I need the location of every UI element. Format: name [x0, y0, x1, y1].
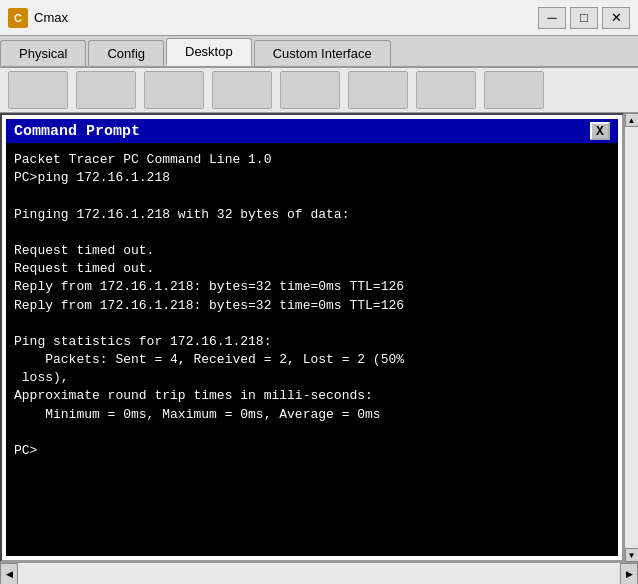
command-prompt-container: Command Prompt X Packet Tracer PC Comman…	[0, 113, 624, 562]
cmd-close-button[interactable]: X	[590, 122, 610, 140]
toolbar-icon-8[interactable]	[484, 71, 544, 109]
minimize-button[interactable]: ─	[538, 7, 566, 29]
tab-config[interactable]: Config	[88, 40, 164, 66]
scroll-down-button[interactable]: ▼	[625, 548, 639, 562]
toolbar-icon-6[interactable]	[348, 71, 408, 109]
close-button[interactable]: ✕	[602, 7, 630, 29]
cmd-output[interactable]: Packet Tracer PC Command Line 1.0 PC>pin…	[6, 143, 618, 556]
scroll-right-button[interactable]: ▶	[620, 563, 638, 585]
scroll-left-button[interactable]: ◀	[0, 563, 18, 585]
toolbar-icon-3[interactable]	[144, 71, 204, 109]
window-controls: ─ □ ✕	[538, 7, 630, 29]
app-icon: C	[8, 8, 28, 28]
maximize-button[interactable]: □	[570, 7, 598, 29]
app-title: Cmax	[34, 10, 538, 25]
cmd-title: Command Prompt	[14, 123, 140, 140]
tab-custom-interface[interactable]: Custom Interface	[254, 40, 391, 66]
toolbar-icon-2[interactable]	[76, 71, 136, 109]
tab-desktop[interactable]: Desktop	[166, 38, 252, 66]
vertical-scrollbar: ▲ ▼	[624, 113, 638, 562]
toolbar-icon-5[interactable]	[280, 71, 340, 109]
main-area: Command Prompt X Packet Tracer PC Comman…	[0, 113, 638, 562]
cmd-title-bar: Command Prompt X	[6, 119, 618, 143]
tab-physical[interactable]: Physical	[0, 40, 86, 66]
scroll-up-button[interactable]: ▲	[625, 113, 639, 127]
toolbar-icon-1[interactable]	[8, 71, 68, 109]
toolbar	[0, 68, 638, 113]
scroll-track-vertical[interactable]	[625, 127, 638, 548]
toolbar-icon-7[interactable]	[416, 71, 476, 109]
tab-bar: Physical Config Desktop Custom Interface	[0, 36, 638, 68]
scroll-track-horizontal[interactable]	[18, 563, 620, 584]
horizontal-scrollbar: ◀ ▶	[0, 562, 638, 584]
title-bar: C Cmax ─ □ ✕	[0, 0, 638, 36]
toolbar-icon-4[interactable]	[212, 71, 272, 109]
